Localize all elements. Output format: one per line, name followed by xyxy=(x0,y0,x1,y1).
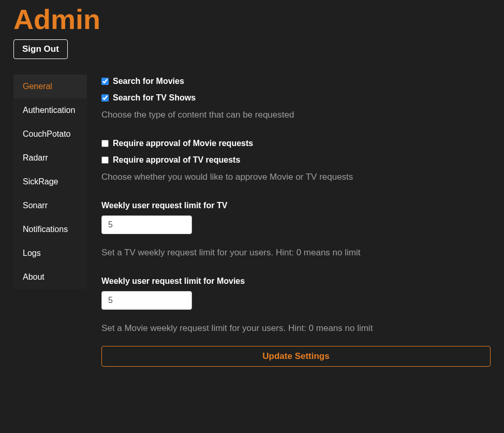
search-tv-checkbox[interactable] xyxy=(101,94,109,102)
sidebar-item-logs[interactable]: Logs xyxy=(13,241,87,265)
tv-limit-help: Set a TV weekly request limit for your u… xyxy=(101,248,491,258)
approve-tv-checkbox[interactable] xyxy=(101,156,109,164)
sidebar-item-couchpotato[interactable]: CouchPotato xyxy=(13,122,87,146)
content-help-text: Choose the type of content that can be r… xyxy=(101,110,491,120)
movie-limit-label: Weekly user request limit for Movies xyxy=(101,277,491,286)
approve-movies-label: Require approval of Movie requests xyxy=(113,139,253,148)
approve-movies-checkbox[interactable] xyxy=(101,140,109,147)
sidebar-item-sonarr[interactable]: Sonarr xyxy=(13,194,87,218)
sidebar-item-sickrage[interactable]: SickRage xyxy=(13,170,87,194)
update-settings-button[interactable]: Update Settings xyxy=(101,346,491,367)
settings-form: Search for Movies Search for TV Shows Ch… xyxy=(101,75,491,367)
approve-tv-label: Require approval of TV requests xyxy=(113,155,240,165)
tv-limit-input[interactable] xyxy=(101,215,192,234)
sidebar-item-notifications[interactable]: Notifications xyxy=(13,218,87,241)
sidebar-item-about[interactable]: About xyxy=(13,265,87,289)
page-title: Admin xyxy=(13,3,491,35)
approve-help-text: Choose whether you would like to approve… xyxy=(101,172,491,182)
sidebar-item-radarr[interactable]: Radarr xyxy=(13,146,87,170)
search-movies-checkbox[interactable] xyxy=(101,78,109,85)
search-tv-label: Search for TV Shows xyxy=(113,93,196,103)
movie-limit-help: Set a Movie weekly request limit for you… xyxy=(101,323,491,334)
tv-limit-label: Weekly user request limit for TV xyxy=(101,201,491,210)
sidebar: GeneralAuthenticationCouchPotatoRadarrSi… xyxy=(13,75,87,289)
sidebar-item-authentication[interactable]: Authentication xyxy=(13,98,87,122)
search-movies-label: Search for Movies xyxy=(113,77,184,86)
movie-limit-input[interactable] xyxy=(101,291,192,310)
sidebar-item-general[interactable]: General xyxy=(13,75,87,98)
sign-out-button[interactable]: Sign Out xyxy=(13,39,68,59)
